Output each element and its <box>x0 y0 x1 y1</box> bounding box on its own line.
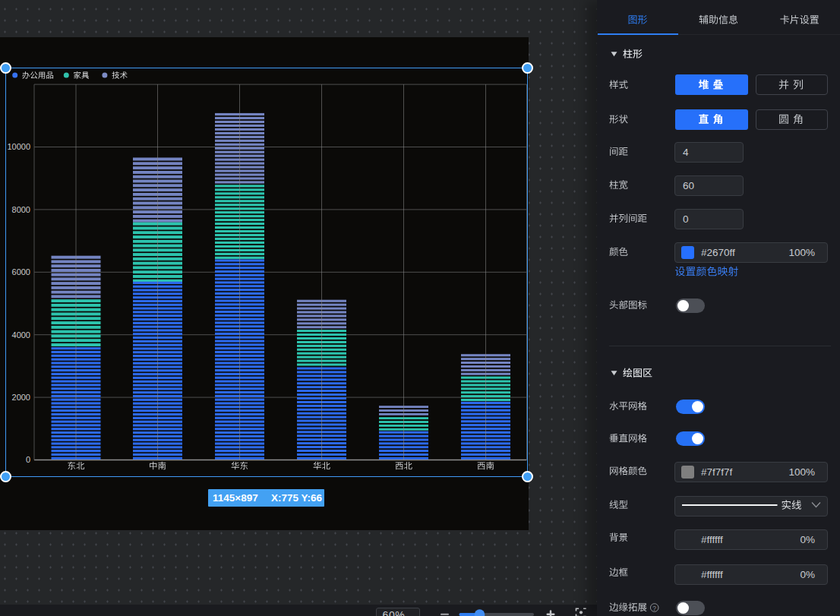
svg-text:?: ? <box>652 605 656 612</box>
